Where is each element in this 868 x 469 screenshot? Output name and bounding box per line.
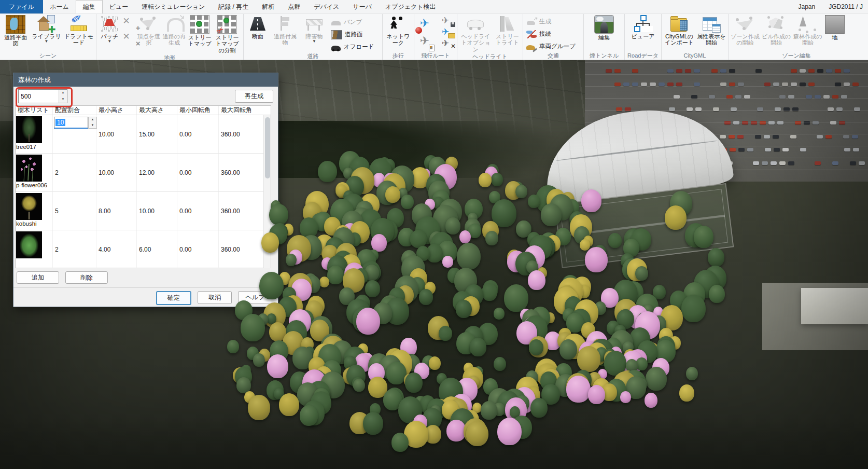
max-rotation-cell[interactable]: 360.00	[219, 230, 263, 268]
cross-section-button[interactable]: 断面	[245, 15, 271, 40]
citygml-import-button[interactable]: CityGMLのインポート	[663, 15, 696, 47]
citygml-import-icon	[670, 15, 689, 33]
tab-object-detection[interactable]: オブジェクト検出	[379, 0, 443, 13]
street-map-icon	[190, 15, 209, 34]
scrollbar-thumb[interactable]	[265, 117, 270, 178]
traffic-connect-button[interactable]: 接続	[524, 29, 553, 39]
table-row[interactable]: tree017 10 ▲▼ 10.00 15.00 0.00 360.00	[16, 115, 263, 154]
ratio-spinner-arrows[interactable]: ▲▼	[88, 117, 97, 129]
terrain-partial-icon	[825, 15, 845, 34]
min-rotation-cell[interactable]: 0.00	[177, 192, 219, 230]
flight-edit-button[interactable]: ✈	[415, 33, 434, 51]
regenerate-road-button[interactable]: 道路の再生成	[161, 15, 187, 47]
regenerate-button[interactable]: 再生成	[235, 90, 273, 103]
max-rotation-cell[interactable]: 360.00	[219, 115, 263, 153]
flight-delete-button[interactable]: ✈✕	[436, 38, 455, 50]
road-accessories-button[interactable]: 道路付属物	[271, 15, 300, 47]
start-building-creation-button[interactable]: ビル作成の開始	[761, 15, 792, 47]
offroad-button[interactable]: オフロード	[329, 42, 381, 52]
tab-home[interactable]: ホーム	[43, 0, 76, 13]
attribute-display-button[interactable]: 属性表示を開始	[696, 15, 727, 47]
chevron-down-icon: ▼	[107, 40, 111, 43]
max-height-cell[interactable]: 10.00	[137, 192, 177, 230]
traffic-generate-icon	[526, 18, 537, 26]
smoke-tunnel-edit-button[interactable]: 編集	[591, 15, 618, 41]
library-button[interactable]: ✚ ライブラリ ▼	[30, 15, 62, 44]
spin-down-icon[interactable]: ▼	[59, 96, 67, 103]
add-vertex-icon[interactable]	[122, 16, 141, 31]
min-height-cell[interactable]: 10.00	[96, 154, 137, 191]
delete-vertex-icon[interactable]	[122, 31, 141, 47]
tree-thumbnail	[16, 193, 42, 220]
start-forest-creation-button[interactable]: 森林作成の開始	[792, 15, 824, 47]
max-height-cell[interactable]: 15.00	[137, 115, 177, 153]
min-height-cell[interactable]: 8.00	[96, 192, 137, 230]
group-label-flight-route: 飛行ルート	[414, 52, 457, 60]
regenerate-road-icon	[165, 15, 184, 33]
library-icon: ✚	[37, 15, 56, 33]
table-row[interactable]: p-flower006 2 10.00 12.00 0.00 360.00	[16, 154, 263, 192]
road-plan-view-button[interactable]: 道路平面図	[1, 15, 30, 48]
tab-analysis[interactable]: 解析	[255, 0, 281, 13]
tab-driving-simulation[interactable]: 運転シミュレーション	[135, 0, 212, 13]
terrain-partial-button[interactable]: 地	[824, 15, 846, 41]
tab-edit[interactable]: 編集	[76, 0, 103, 13]
street-map-button[interactable]: ストリートマップ	[187, 15, 212, 48]
min-rotation-cell[interactable]: 0.00	[177, 230, 219, 268]
tab-server[interactable]: サーバ	[346, 0, 379, 13]
patch-button[interactable]: パッチ ▼	[97, 15, 122, 44]
confirm-button[interactable]: 確定	[156, 291, 191, 305]
cross-section-icon	[248, 15, 267, 33]
max-rotation-cell[interactable]: 360.00	[219, 154, 263, 191]
patch-icon	[100, 15, 119, 33]
obstacles-button[interactable]: 障害物 ▼	[300, 15, 329, 44]
ratio-edit-value[interactable]: 10	[55, 119, 65, 126]
cancel-button[interactable]: 取消	[198, 291, 232, 304]
ratio-cell[interactable]: 2	[53, 154, 96, 191]
headlight-option-button[interactable]: ヘッドライトオプション	[458, 15, 493, 53]
vehicle-group-button[interactable]: 車両グループ	[524, 41, 578, 52]
delete-button[interactable]: 削除	[65, 271, 108, 284]
tab-point-cloud[interactable]: 点群	[281, 0, 307, 13]
spin-up-icon[interactable]: ▲	[59, 90, 67, 96]
flight-save-button[interactable]: ✈	[436, 16, 455, 27]
tab-file[interactable]: ファイル	[0, 0, 43, 13]
bump-button[interactable]: バンプ	[329, 17, 381, 27]
pedestrian-network-button[interactable]: ネットワーク	[384, 15, 413, 47]
group-label-zone-edit: ゾーン編集	[729, 52, 864, 60]
start-zone-creation-button[interactable]: ゾーン作成の開始	[730, 15, 761, 47]
street-light-button[interactable]: ストリートライト	[493, 15, 522, 47]
tab-view[interactable]: ビュー	[103, 0, 135, 13]
draft-mode-button[interactable]: ドラフトモード	[63, 15, 95, 47]
tree-thumbnail	[16, 231, 42, 258]
ribbon-group-citygml: CityGMLのインポート 属性表示を開始 CityGML	[662, 13, 729, 60]
max-height-cell[interactable]: 12.00	[137, 154, 177, 191]
max-height-cell[interactable]: 6.00	[137, 230, 177, 268]
min-height-cell[interactable]: 4.00	[96, 230, 137, 268]
min-rotation-cell[interactable]: 0.00	[177, 115, 219, 153]
min-rotation-cell[interactable]: 0.00	[177, 154, 219, 191]
ribbon-group-zone-edit: ゾーン作成の開始 ビル作成の開始 森林作成の開始 地 ゾーン編集	[729, 13, 864, 60]
tab-device[interactable]: デバイス	[307, 0, 346, 13]
ribbon-group-traffic: 生成 接続 車両グループ 交通	[523, 13, 584, 60]
max-rotation-cell[interactable]: 360.00	[219, 192, 263, 230]
traffic-generate-button[interactable]: 生成	[524, 16, 553, 27]
min-height-cell[interactable]: 10.00	[96, 115, 137, 153]
ratio-cell[interactable]: 2	[53, 230, 96, 268]
road-data-viewer-button[interactable]: ビューア	[629, 15, 657, 40]
chevron-down-icon: ▼	[45, 40, 49, 43]
table-row[interactable]: kobushi 5 8.00 10.00 0.00 360.00	[16, 192, 263, 230]
add-button[interactable]: 追加	[17, 271, 59, 284]
select-vertices-icon	[139, 15, 158, 33]
flight-record-button[interactable]: ✈	[415, 16, 434, 33]
tree-count-input[interactable]	[19, 90, 59, 103]
road-surface-button[interactable]: 道路面	[329, 29, 381, 40]
ratio-edit-spinner[interactable]: 10	[54, 117, 88, 129]
table-row[interactable]: 2 4.00 6.00 0.00 360.00	[16, 230, 263, 268]
ribbon-group-smoke-tunnel: 編集 煙トンネル	[584, 13, 625, 60]
obstacles-icon	[305, 15, 324, 33]
tab-record-replay[interactable]: 記録 / 再生	[212, 0, 255, 13]
flight-open-button[interactable]: ✈	[436, 27, 455, 38]
ratio-cell[interactable]: 5	[53, 192, 96, 230]
split-street-map-button[interactable]: ストリートマップの分割	[212, 15, 242, 54]
